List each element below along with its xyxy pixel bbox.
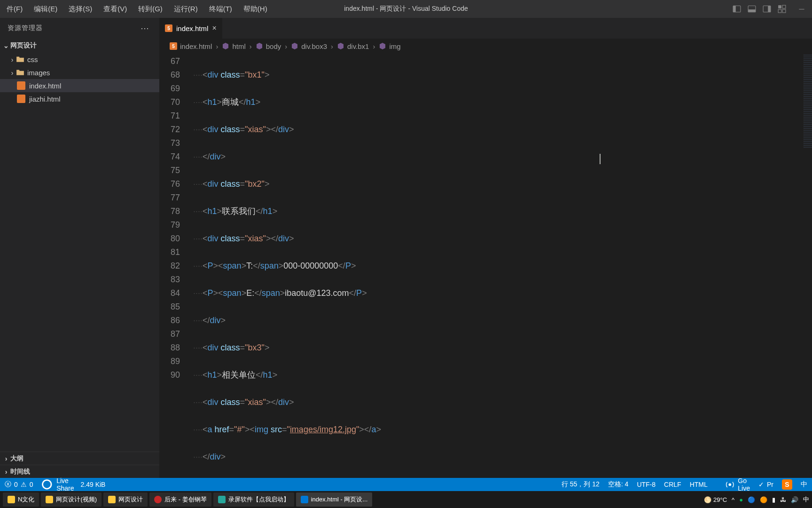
root-folder-label: 网页设计 <box>10 41 37 50</box>
minimap[interactable] <box>804 54 812 148</box>
breadcrumb-seg[interactable]: img <box>389 42 400 50</box>
tray-wechat-icon[interactable]: ● <box>739 496 743 503</box>
breadcrumb-seg[interactable]: div.box3 <box>301 42 327 50</box>
explorer-title: 资源管理器 <box>8 24 43 32</box>
code-editor[interactable]: 6768697071727374757677787980818283848586… <box>159 54 812 478</box>
window-title: index.html - 网页设计 - Visual Studio Code <box>344 5 468 13</box>
outline-section[interactable]: ›大纲 <box>0 452 159 465</box>
line-numbers: 6768697071727374757677787980818283848586… <box>159 54 193 478</box>
status-eol[interactable]: CRLF <box>664 481 681 488</box>
code-content[interactable]: ····<div class="bx1"> ····<h1>商城</h1> ··… <box>193 54 812 478</box>
breadcrumb-seg[interactable]: body <box>266 42 281 50</box>
taskbar-item-vscode[interactable]: index.html - 网页设... <box>296 492 373 507</box>
taskbar-item[interactable]: N文化 <box>3 492 39 507</box>
status-bar: ⓧ 0 ⚠ 0 Live Share 2.49 KiB 行 55，列 12 空格… <box>0 478 812 491</box>
folder-label: images <box>27 69 50 77</box>
timeline-section[interactable]: ›时间线 <box>0 465 159 478</box>
status-language[interactable]: HTML <box>690 481 708 488</box>
status-indentation[interactable]: 空格: 4 <box>608 480 629 489</box>
title-bar: 件(F) 编辑(E) 选择(S) 查看(V) 转到(G) 运行(R) 终端(T)… <box>0 0 812 18</box>
tray-chevron-icon[interactable]: ^ <box>732 496 734 503</box>
svg-rect-3 <box>748 9 756 12</box>
tray-ime[interactable]: 中 <box>803 495 809 504</box>
file-jiazhi-html[interactable]: 5jiazhi.html <box>0 92 159 105</box>
svg-point-13 <box>728 483 731 486</box>
status-golive[interactable]: Go Live <box>725 477 750 492</box>
taskbar-item[interactable]: 录屏软件【点我启动】 <box>213 492 294 507</box>
status-ime[interactable]: 中 <box>801 480 807 489</box>
taskbar-item[interactable]: 后来 - 姜创钢琴 <box>149 492 211 507</box>
status-sogou-badge[interactable]: S <box>782 479 792 490</box>
folder-css[interactable]: ›css <box>0 53 159 66</box>
menu-terminal[interactable]: 终端(T) <box>203 1 238 17</box>
symbol-icon <box>379 42 386 50</box>
folder-icon <box>16 55 24 64</box>
menu-help[interactable]: 帮助(H) <box>238 1 273 17</box>
status-prettier[interactable]: ✓ Pr <box>758 481 773 488</box>
music-icon <box>154 496 162 503</box>
file-index-html[interactable]: 5index.html <box>0 79 159 92</box>
windows-taskbar: N文化 网页设计(视频) 网页设计 后来 - 姜创钢琴 录屏软件【点我启动】 i… <box>0 491 812 508</box>
broadcast-icon <box>725 479 735 490</box>
svg-point-11 <box>42 480 51 489</box>
record-icon <box>218 496 226 503</box>
menu-selection[interactable]: 选择(S) <box>63 1 98 17</box>
symbol-icon <box>291 42 298 50</box>
layout-sidebar-right-icon[interactable] <box>760 2 773 16</box>
svg-rect-9 <box>782 9 786 13</box>
status-cursor-position[interactable]: 行 55，列 12 <box>562 480 600 489</box>
menu-bar: 件(F) 编辑(E) 选择(S) 查看(V) 转到(G) 运行(R) 终端(T)… <box>0 1 273 17</box>
system-tray[interactable]: 🌕 29°C ^ ● 🔵 🟠 ▮ 🖧 🔊 中 <box>704 495 809 504</box>
tab-index-html[interactable]: 5 index.html × <box>159 18 223 39</box>
svg-rect-6 <box>778 5 781 8</box>
explorer-sidebar: 资源管理器 ⋯ ⌄网页设计 ›css ›images 5index.html 5… <box>0 18 159 478</box>
svg-rect-8 <box>778 9 781 13</box>
breadcrumb-seg[interactable]: index.html <box>180 42 212 50</box>
taskbar-item[interactable]: 网页设计 <box>103 492 148 507</box>
folder-icon <box>46 496 53 503</box>
svg-rect-1 <box>733 6 736 12</box>
menu-view[interactable]: 查看(V) <box>98 1 133 17</box>
close-icon[interactable]: × <box>212 24 216 32</box>
tray-icon[interactable]: ▮ <box>772 496 775 503</box>
menu-edit[interactable]: 编辑(E) <box>28 1 63 17</box>
status-liveshare[interactable]: Live Share <box>40 477 74 492</box>
svg-rect-7 <box>782 5 786 8</box>
breadcrumb-seg[interactable]: html <box>232 42 245 50</box>
folder-icon <box>108 496 116 503</box>
minimize-icon[interactable] <box>795 2 808 16</box>
svg-rect-10 <box>799 9 804 9</box>
svg-rect-5 <box>768 6 771 12</box>
folder-images[interactable]: ›images <box>0 66 159 79</box>
html-file-icon: 5 <box>17 81 25 90</box>
tray-network-icon[interactable]: 🖧 <box>780 496 786 503</box>
editor-tabs: 5 index.html × <box>159 18 812 39</box>
menu-go[interactable]: 转到(G) <box>133 1 168 17</box>
symbol-icon <box>337 42 344 50</box>
html-file-icon: 5 <box>17 95 25 103</box>
layout-customize-icon[interactable] <box>775 2 789 16</box>
status-encoding[interactable]: UTF-8 <box>637 481 656 488</box>
tray-volume-icon[interactable]: 🔊 <box>791 496 798 503</box>
html-file-icon: 5 <box>170 42 177 50</box>
breadcrumb-seg[interactable]: div.bx1 <box>347 42 369 50</box>
status-problems[interactable]: ⓧ 0 ⚠ 0 <box>5 480 33 489</box>
tray-icon[interactable]: 🔵 <box>748 496 755 503</box>
file-label: jiazhi.html <box>29 95 61 103</box>
tray-icon[interactable]: 🟠 <box>760 496 767 503</box>
layout-sidebar-left-icon[interactable] <box>730 2 743 16</box>
more-actions-icon[interactable]: ⋯ <box>138 23 152 33</box>
breadcrumb[interactable]: 5index.html› html› body› div.box3› div.b… <box>159 39 812 54</box>
taskbar-item[interactable]: 网页设计(视频) <box>41 492 102 507</box>
menu-run[interactable]: 运行(R) <box>168 1 203 17</box>
explorer-root-folder[interactable]: ⌄网页设计 <box>0 39 159 53</box>
file-label: index.html <box>29 82 61 90</box>
editor-group: 5 index.html × 5index.html› html› body› … <box>159 18 812 478</box>
status-filesize[interactable]: 2.49 KiB <box>81 481 106 488</box>
weather-widget[interactable]: 🌕 29°C <box>704 496 727 503</box>
menu-file[interactable]: 件(F) <box>1 1 28 17</box>
folder-label: css <box>27 56 38 64</box>
layout-panel-icon[interactable] <box>745 2 758 16</box>
html-file-icon: 5 <box>165 24 172 32</box>
folder-icon <box>8 496 15 503</box>
